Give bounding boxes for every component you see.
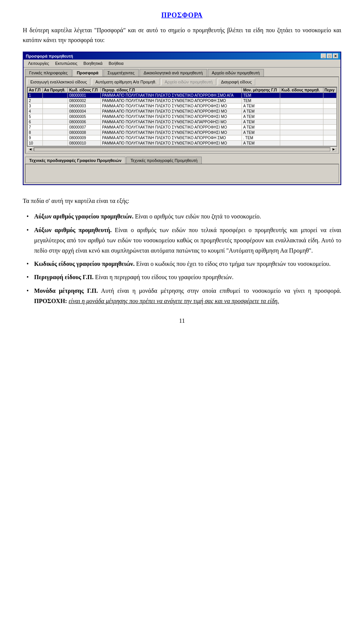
col-perigr-eidous-gp: Περιγρ. είδους Γ.Π xyxy=(101,88,242,93)
col-perig2: Περιγ xyxy=(323,88,336,93)
bullet-list: Αύξων αριθμός γραφείου προμηθειών. Είναι… xyxy=(23,211,341,306)
bottom-tab-texnikes-gp[interactable]: Τεχνικές προδιαγραφές Γραφείου Προμηθειώ… xyxy=(25,157,126,164)
bullet-auxwn-gp: Αύξων αριθμός γραφείου προμηθειών. Είναι… xyxy=(30,211,341,222)
col-aa-gp: Αα Γ.Π xyxy=(28,88,43,93)
table-row[interactable]: 1008000010ΡΑΜΜΑ ΑΠΟ ΠΟΛΥΓΛΑΚΤΙΝΗ ΠΛΕΚΤΟ … xyxy=(28,141,337,146)
intro-paragraph: Η δεύτερη καρτέλα λέγεται "Προσφορά" και… xyxy=(23,25,341,45)
col-kod-eidous-promith: Κωδ. είδους προμηθ. xyxy=(280,88,323,93)
col-aa-promith: Αα Προμηθ. xyxy=(43,88,68,93)
tab-prosfora[interactable]: Προσφορά xyxy=(72,69,102,77)
term-auxwn-promith: Αύξων αριθμός προμηθευτή. xyxy=(34,227,111,233)
term-kodikos-gp: Κωδικός είδους γραφείου προμηθειών. xyxy=(34,261,135,267)
tab-genikes-plhrofories[interactable]: Γενικές πληροφορίες xyxy=(25,69,72,77)
tab-arxeio-eidwn[interactable]: Αρχείο ειδών προμηθευτή xyxy=(208,69,264,77)
table-row[interactable]: 808000008ΡΑΜΜΑ ΑΠΟ ΠΟΛΥΓΛΑΚΤΙΝΗ ΠΛΕΚΤΟ Σ… xyxy=(28,130,337,135)
bottom-tab-texnikes-prom[interactable]: Τεχνικές προδιαγραφές Προμηθευτή xyxy=(126,157,202,164)
table-row[interactable]: 708000007ΡΑΜΜΑ ΑΠΟ ΠΟΛΥΓΛΑΚΤΙΝΗ ΠΛΕΚΤΟ Σ… xyxy=(28,125,337,130)
dialog-toolbar: Εισαγωγή εναλλακτικού είδους Αυτόματη αρ… xyxy=(27,79,337,85)
data-table-wrap: Αα Γ.Π Αα Προμηθ. Κωδ. είδους Γ.Π Περιγρ… xyxy=(27,87,337,146)
table-row[interactable]: 908000009ΡΑΜΜΑ ΑΠΟ ΠΟΛΥΓΛΑΚΤΙΝΗ ΠΛΕΚΤΟ Σ… xyxy=(28,135,337,141)
text-monada-gp: Αυτή είναι η μονάδα μέτρησης στην οποία … xyxy=(101,288,341,294)
data-table: Αα Γ.Π Αα Προμηθ. Κωδ. είδους Γ.Π Περιγρ… xyxy=(27,87,337,146)
bullet-monada-gp: Μονάδα μέτρησης Γ.Π. Αυτή είναι η μονάδα… xyxy=(30,286,341,306)
bullet-perigr-gp: Περιγραφή είδους Γ.Π. Είναι η περιγραφή … xyxy=(30,272,341,282)
dialog-window: Προσφορά προμηθευτή _ □ ✕ Λειτουργίες Εκ… xyxy=(23,52,341,185)
scroll-right-btn[interactable]: ▶ xyxy=(331,147,336,152)
menu-item-voithitika[interactable]: Βοηθητικά xyxy=(80,60,105,66)
table-row[interactable]: 408000004ΡΑΜΜΑ ΑΠΟ ΠΟΛΥΓΛΑΚΤΙΝΗ ΠΛΕΚΤΟ Σ… xyxy=(28,109,337,114)
maximize-button[interactable]: □ xyxy=(327,53,332,58)
col-mon-metr-gp: Μον. μέτρησης Γ.Π xyxy=(242,88,280,93)
dialog-titlebar: Προσφορά προμηθευτή _ □ ✕ xyxy=(24,52,340,60)
page-title: ΠΡΟΣΦΟΡΑ xyxy=(23,11,341,19)
minimize-button[interactable]: _ xyxy=(321,53,326,58)
table-row[interactable]: 508000005ΡΑΜΜΑ ΑΠΟ ΠΟΛΥΓΛΑΚΤΙΝΗ ΠΛΕΚΤΟ Σ… xyxy=(28,114,337,119)
tab-summetexontes[interactable]: Συμμετέχοντες xyxy=(104,69,139,77)
scroll-left-btn[interactable]: ◀ xyxy=(28,147,33,152)
horizontal-scrollbar[interactable]: ◀ ▶ xyxy=(27,146,337,152)
bullet-kodikos-gp: Κωδικός είδους γραφείου προμηθειών. Είνα… xyxy=(30,259,341,269)
menubar: Λειτουργίες Εκτυπώσεις Βοηθητικά Βοήθεια xyxy=(24,60,340,68)
menu-item-ektypwseis[interactable]: Εκτυπώσεις xyxy=(52,60,80,66)
bottom-tab-bar: Τεχνικές προδιαγραφές Γραφείου Προμηθειώ… xyxy=(24,155,340,164)
fields-intro: Τα πεδία σ' αυτή την καρτέλα είναι τα εξ… xyxy=(23,196,341,206)
prosoxi-text: είναι η μονάδα μέτρησης που πρέπει να αν… xyxy=(69,298,279,304)
btn-eisagogi-enallaktikoy[interactable]: Εισαγωγή εναλλακτικού είδους xyxy=(27,79,90,85)
col-kod-eidous-gp: Κωδ. είδους Γ.Π xyxy=(68,88,101,93)
page-number: 11 xyxy=(23,317,341,324)
table-row[interactable]: 308000003ΡΑΜΜΑ ΑΠΟ ΠΟΛΥΓΛΑΚΤΙΝΗ ΠΛΕΚΤΟ Σ… xyxy=(28,104,337,109)
table-row[interactable]: 108000001ΡΑΜΜΑ ΑΠΟ ΠΟΛΥΓΛΑΚΤΙΝΗ ΠΛΕΚΤΟ Σ… xyxy=(28,93,337,98)
btn-automati-arithmisi[interactable]: Αυτόματη αρίθμηση Α/α Προμηθ. xyxy=(92,79,160,85)
table-row[interactable]: 208000002ΡΑΜΜΑ ΑΠΟ ΠΟΛΥΓΛΑΚΤΙΝΗ ΠΛΕΚΤΟ Σ… xyxy=(28,98,337,104)
text-auxwn-gp: Είναι ο αριθμός των ειδών που ζητά το νο… xyxy=(135,213,261,220)
menu-item-leitourgies[interactable]: Λειτουργίες xyxy=(25,60,52,66)
tab-dikaioloitika[interactable]: Δικαιολογητικά ανά προμηθευτή xyxy=(140,69,207,77)
close-button[interactable]: ✕ xyxy=(333,53,338,58)
prosoxi-label: ΠΡΟΣΟΧΗ: xyxy=(34,298,67,304)
bottom-tab-content xyxy=(25,164,339,183)
text-perigr-gp: Είναι η περιγραφή του είδους του γραφείο… xyxy=(95,274,234,280)
table-row[interactable]: 608000006ΡΑΜΜΑ ΑΠΟ ΠΟΛΥΓΛΑΚΤΙΝΗ ΠΛΕΚΤΟ Σ… xyxy=(28,119,337,125)
dialog-title: Προσφορά προμηθευτή xyxy=(26,54,73,58)
body-section: Τα πεδία σ' αυτή την καρτέλα είναι τα εξ… xyxy=(23,196,341,306)
term-auxwn-gp: Αύξων αριθμός γραφείου προμηθειών. xyxy=(34,213,133,220)
bullet-auxwn-promith: Αύξων αριθμός προμηθευτή. Είναι ο αριθμό… xyxy=(30,225,341,256)
term-perigr-gp: Περιγραφή είδους Γ.Π. xyxy=(34,274,94,280)
tab-bar: Γενικές πληροφορίες Προσφορά Συμμετέχοντ… xyxy=(24,68,340,77)
term-monada-gp: Μονάδα μέτρησης Γ.Π. xyxy=(34,288,98,294)
text-kodikos-gp: Είναι ο κωδικός που έχει το είδος στο τμ… xyxy=(136,261,331,267)
btn-arxeio-eidwn[interactable]: Αρχείο ειδών προμηθευτή xyxy=(161,79,216,85)
menu-item-voitheia[interactable]: Βοήθεια xyxy=(105,60,126,66)
btn-diagrafi-eidous[interactable]: Διαγραφή είδους xyxy=(218,79,255,85)
titlebar-buttons: _ □ ✕ xyxy=(321,53,338,58)
tab-content: Εισαγωγή εναλλακτικού είδους Αυτόματη αρ… xyxy=(25,77,339,154)
